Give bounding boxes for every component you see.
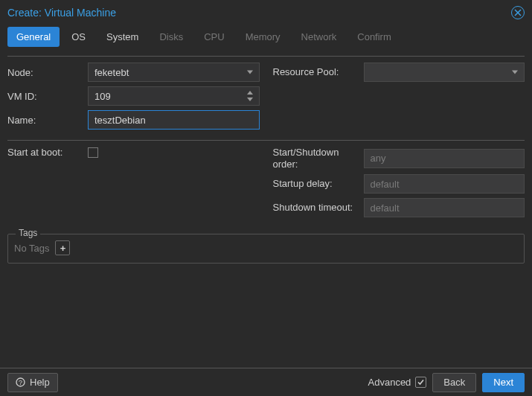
shutdowntimeout-input[interactable]: default	[364, 198, 525, 217]
help-button[interactable]: ? Help	[7, 373, 58, 392]
name-label: Name:	[7, 115, 88, 126]
tags-legend: Tags	[16, 228, 40, 238]
dialog-title: Create: Virtual Machine	[7, 7, 116, 19]
name-input[interactable]: tesztDebian	[88, 110, 260, 130]
row-name: Name: tesztDebian	[7, 110, 260, 130]
startboot-label: Start at boot:	[7, 147, 88, 158]
tab-os[interactable]: OS	[63, 27, 94, 47]
add-tag-button[interactable]: +	[55, 240, 70, 255]
help-icon: ?	[16, 377, 25, 387]
tab-disks: Disks	[150, 27, 192, 47]
row-shutdowntimeout: Shutdown timeout: default	[273, 198, 525, 217]
startboot-checkbox[interactable]	[88, 147, 98, 158]
advanced-toggle[interactable]: Advanced	[368, 377, 427, 388]
advanced-label: Advanced	[368, 377, 411, 388]
tags-fieldset: Tags No Tags +	[7, 234, 525, 264]
node-combo[interactable]: feketebt	[88, 63, 260, 82]
row-startboot: Start at boot:	[7, 147, 260, 158]
divider	[7, 140, 525, 141]
vmid-label: VM ID:	[7, 91, 88, 102]
startupdelay-input[interactable]: default	[364, 174, 525, 194]
row-pool: Resource Pool:	[273, 63, 525, 82]
title-bar: Create: Virtual Machine	[0, 0, 532, 24]
vmid-spinner[interactable]: 109	[88, 86, 260, 106]
order-label: Start/Shutdown order:	[273, 147, 364, 170]
form-top: Node: feketebt VM ID: 109 Name: tesztDeb…	[7, 63, 525, 134]
row-node: Node: feketebt	[7, 63, 260, 82]
help-label: Help	[30, 377, 50, 388]
row-vmid: VM ID: 109	[7, 86, 260, 106]
advanced-checkbox[interactable]	[415, 377, 426, 388]
tab-system[interactable]: System	[97, 27, 147, 47]
node-label: Node:	[7, 67, 88, 78]
order-input[interactable]: any	[364, 149, 525, 168]
tab-memory: Memory	[237, 27, 289, 47]
check-icon	[417, 378, 425, 386]
divider	[7, 56, 525, 57]
form-advanced: Start at boot: Start/Shutdown order: any…	[7, 147, 525, 222]
plus-icon: +	[60, 243, 66, 254]
pool-combo[interactable]	[364, 63, 525, 82]
tab-confirm: Confirm	[348, 27, 400, 47]
tab-network: Network	[292, 27, 346, 47]
tab-general[interactable]: General	[7, 27, 60, 47]
tab-cpu: CPU	[195, 27, 233, 47]
footer-bar: ? Help Advanced Back Next	[0, 368, 532, 396]
close-button[interactable]	[511, 6, 525, 19]
row-startupdelay: Startup delay: default	[273, 174, 525, 194]
row-order: Start/Shutdown order: any	[273, 147, 525, 170]
startupdelay-label: Startup delay:	[273, 178, 364, 190]
tags-empty-text: No Tags	[14, 243, 49, 254]
next-button[interactable]: Next	[482, 373, 525, 392]
pool-label: Resource Pool:	[273, 66, 364, 78]
wizard-tabs: General OS System Disks CPU Memory Netwo…	[0, 24, 532, 56]
svg-text:?: ?	[19, 379, 22, 386]
tab-content: Node: feketebt VM ID: 109 Name: tesztDeb…	[0, 56, 532, 271]
back-button[interactable]: Back	[432, 373, 476, 392]
tags-row: No Tags +	[14, 240, 518, 255]
shutdowntimeout-label: Shutdown timeout:	[273, 202, 364, 214]
